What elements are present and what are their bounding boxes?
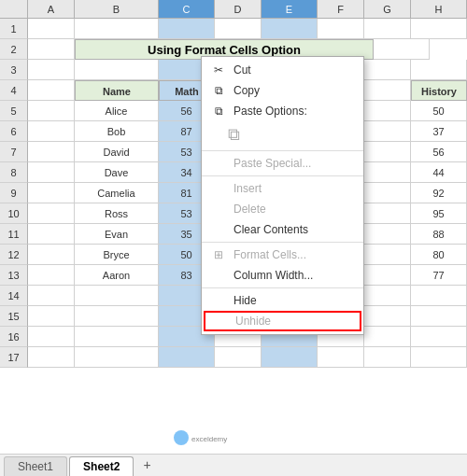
menu-separator-4	[202, 287, 363, 288]
row-header: 12	[0, 245, 28, 265]
cell-d1[interactable]	[215, 19, 262, 39]
cell-g5[interactable]	[364, 101, 411, 121]
cut-icon: ✂	[211, 63, 226, 77]
menu-item-column-width[interactable]: Column Width...	[202, 265, 363, 286]
menu-item-unhide[interactable]: Unhide	[204, 311, 361, 331]
cell-h10[interactable]: 95	[411, 203, 467, 224]
cell-a1[interactable]	[28, 19, 75, 39]
menu-label-cut: Cut	[234, 63, 251, 77]
menu-item-clear-contents[interactable]: Clear Contents	[202, 219, 363, 240]
cell-h9[interactable]: 92	[411, 183, 467, 203]
cell-g12[interactable]	[364, 245, 411, 265]
cell-g4[interactable]	[364, 80, 411, 101]
cell-b11[interactable]: Evan	[75, 224, 159, 245]
cell-b5[interactable]: Alice	[75, 101, 159, 121]
col-header-e[interactable]: E	[262, 0, 318, 19]
row-header: 7	[0, 142, 28, 162]
cell-b13[interactable]: Aaron	[75, 265, 159, 286]
cell-h11[interactable]: 88	[411, 224, 467, 245]
menu-item-cut[interactable]: ✂ Cut	[202, 60, 363, 80]
row-header: 1	[0, 19, 28, 39]
cell-g3[interactable]	[364, 60, 411, 80]
cell-h5[interactable]: 50	[411, 101, 467, 121]
row-header: 3	[0, 60, 28, 80]
cell-b4[interactable]: Name	[75, 80, 159, 101]
copy-icon: ⧉	[211, 84, 226, 97]
cell-b8[interactable]: Dave	[75, 162, 159, 183]
cell-b1[interactable]	[75, 19, 159, 39]
row-header: 16	[0, 327, 28, 347]
cell-g11[interactable]	[364, 224, 411, 245]
cell-h2[interactable]	[374, 39, 430, 60]
cell-a10[interactable]	[28, 203, 75, 224]
cell-a12[interactable]	[28, 245, 75, 265]
cell-a9[interactable]	[28, 183, 75, 203]
col-header-c[interactable]: C	[159, 0, 215, 19]
col-header-g[interactable]: G	[364, 0, 411, 19]
cell-a8[interactable]	[28, 162, 75, 183]
cell-a7[interactable]	[28, 142, 75, 162]
cell-b3[interactable]	[75, 60, 159, 80]
col-header-h[interactable]: H	[411, 0, 467, 19]
menu-item-insert[interactable]: Insert	[202, 178, 363, 199]
sheet-tab-sheet2[interactable]: Sheet2	[69, 456, 134, 476]
cell-g7[interactable]	[364, 142, 411, 162]
cell-g1[interactable]	[364, 19, 411, 39]
cell-b10[interactable]: Ross	[75, 203, 159, 224]
cell-g8[interactable]	[364, 162, 411, 183]
format-cells-icon: ⊞	[211, 248, 226, 261]
cell-b9[interactable]: Camelia	[75, 183, 159, 203]
cell-h6[interactable]: 37	[411, 121, 467, 142]
cell-b6[interactable]: Bob	[75, 121, 159, 142]
col-header-f[interactable]: F	[318, 0, 364, 19]
col-header-a[interactable]: A	[28, 0, 75, 19]
cell-h8[interactable]: 44	[411, 162, 467, 183]
context-menu: ✂ Cut ⧉ Copy ⧉ Paste Options: ⧉ Paste Sp…	[201, 56, 364, 335]
cell-a11[interactable]	[28, 224, 75, 245]
menu-label-copy: Copy	[234, 84, 260, 97]
cell-h3[interactable]	[411, 60, 467, 80]
column-header-row: A B C D E F G H	[0, 0, 467, 19]
cell-a13[interactable]	[28, 265, 75, 286]
row-header: 11	[0, 224, 28, 245]
cell-h4[interactable]: History	[411, 80, 467, 101]
cell-h7[interactable]: 56	[411, 142, 467, 162]
paste-clipboard-icon: ⧉	[228, 125, 240, 145]
cell-e1[interactable]	[262, 19, 318, 39]
cell-a5[interactable]	[28, 101, 75, 121]
cell-g6[interactable]	[364, 121, 411, 142]
row-header: 8	[0, 162, 28, 183]
cell-h1[interactable]	[411, 19, 467, 39]
col-header-d[interactable]: D	[215, 0, 262, 19]
spreadsheet: A B C D E F G H 1 2 Using Format Cells O…	[0, 0, 467, 476]
table-row: 17	[0, 347, 467, 368]
cell-c1[interactable]	[159, 19, 215, 39]
col-header-b[interactable]: B	[75, 0, 159, 19]
cell-b7[interactable]: David	[75, 142, 159, 162]
cell-g10[interactable]	[364, 203, 411, 224]
cell-h12[interactable]: 80	[411, 245, 467, 265]
cell-a2[interactable]	[28, 39, 75, 60]
menu-label-clear-contents: Clear Contents	[234, 223, 308, 236]
cell-b12[interactable]: Bryce	[75, 245, 159, 265]
menu-item-delete[interactable]: Delete	[202, 199, 363, 219]
menu-item-copy[interactable]: ⧉ Copy	[202, 80, 363, 101]
menu-separator-2	[202, 175, 363, 176]
cell-g9[interactable]	[364, 183, 411, 203]
menu-item-format-cells[interactable]: ⊞ Format Cells...	[202, 245, 363, 265]
menu-item-hide[interactable]: Hide	[202, 290, 363, 311]
cell-g13[interactable]	[364, 265, 411, 286]
menu-label-hide: Hide	[234, 294, 257, 307]
cell-a3[interactable]	[28, 60, 75, 80]
cell-f1[interactable]	[318, 19, 364, 39]
menu-label-paste-special: Paste Special...	[234, 157, 311, 170]
sheet-tab-sheet1[interactable]: Sheet1	[4, 456, 67, 476]
cell-h13[interactable]: 77	[411, 265, 467, 286]
svg-point-0	[174, 430, 189, 445]
add-sheet-button[interactable]: +	[135, 454, 158, 476]
cell-a6[interactable]	[28, 121, 75, 142]
corner-cell	[0, 0, 28, 19]
cell-a4[interactable]	[28, 80, 75, 101]
menu-item-paste-special[interactable]: Paste Special...	[202, 153, 363, 174]
row-header: 5	[0, 101, 28, 121]
